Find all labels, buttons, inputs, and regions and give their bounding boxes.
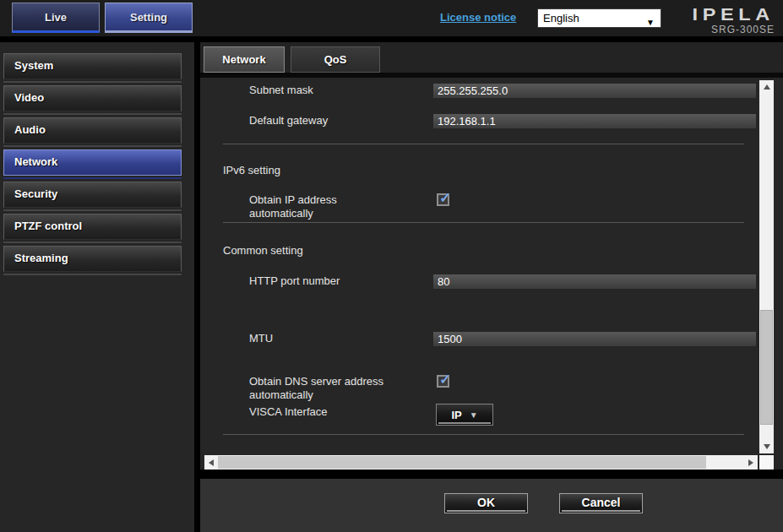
sidebar-item-underline [3, 113, 182, 115]
obtain-dns-label: Obtain DNS server address automatically [249, 375, 431, 402]
mtu-input[interactable]: 1500 [433, 332, 756, 346]
visca-interface-value: IP [451, 409, 461, 421]
live-button[interactable]: Live [12, 3, 100, 33]
app-window: Live Setting License notice English ▼ IP… [0, 0, 783, 532]
scroll-down-icon [764, 444, 770, 449]
sidebar-item-underline [3, 274, 182, 275]
scroll-right-icon [748, 459, 753, 466]
sidebar-item-system[interactable]: System [3, 53, 182, 83]
tab-network[interactable]: Network [204, 46, 285, 73]
default-gateway-label: Default gateway [249, 114, 328, 128]
mtu-label: MTU [249, 332, 273, 345]
horizontal-scrollbar[interactable] [204, 455, 758, 470]
common-section-title: Common setting [223, 244, 303, 257]
ipela-logo: IPELA [693, 4, 775, 24]
sidebar-item-network[interactable]: Network [3, 149, 182, 179]
cancel-button[interactable]: Cancel [559, 493, 643, 513]
vertical-scrollbar-thumb[interactable] [760, 310, 773, 425]
scroll-right-button[interactable] [744, 455, 758, 470]
setting-button[interactable]: Setting [105, 3, 193, 33]
section-divider [223, 144, 744, 144]
dropdown-arrow-icon: ▼ [470, 410, 478, 420]
sidebar-item-label[interactable]: System [3, 53, 182, 79]
obtain-ip-label: Obtain IP address automatically [249, 193, 380, 220]
visca-interface-dropdown[interactable]: IP ▼ [436, 404, 493, 426]
obtain-dns-checkbox[interactable]: ✓ [437, 375, 449, 388]
sidebar-item-underline [3, 242, 182, 243]
sidebar-item-audio[interactable]: Audio [3, 117, 182, 147]
sidebar-item-ptzf-control[interactable]: PTZF control [3, 214, 182, 243]
visca-interface-label: VISCA Interface [249, 405, 328, 419]
section-divider [223, 222, 744, 223]
model-label: SRG-300SE [711, 24, 775, 35]
horizontal-scrollbar-thumb[interactable] [218, 456, 706, 469]
sidebar-item-underline [3, 145, 182, 147]
http-port-input[interactable]: 80 [433, 274, 756, 289]
dropdown-arrow-icon: ▼ [646, 14, 655, 31]
sidebar-item-underline [3, 81, 182, 83]
sidebar: System Video Audio Network Security PTZF… [0, 42, 194, 532]
scroll-up-button[interactable] [759, 80, 774, 94]
checkmark-icon: ✓ [439, 374, 448, 385]
ipv6-section-title: IPv6 setting [223, 164, 280, 176]
subnet-mask-input[interactable]: 255.255.255.0 [433, 84, 756, 98]
top-bar: Live Setting License notice English ▼ IP… [0, 0, 783, 36]
subnet-mask-label: Subnet mask [249, 84, 313, 97]
sidebar-item-label[interactable]: Network [3, 149, 182, 176]
sidebar-item-underline [3, 177, 182, 179]
scrollbar-corner [759, 455, 774, 470]
language-select-value: English [543, 12, 579, 24]
section-divider [223, 434, 744, 435]
default-gateway-input[interactable]: 192.168.1.1 [433, 114, 756, 128]
sidebar-item-security[interactable]: Security [3, 182, 182, 211]
vertical-scrollbar[interactable] [759, 80, 774, 453]
scroll-up-icon [764, 84, 770, 90]
scroll-down-button[interactable] [759, 440, 774, 453]
language-select[interactable]: English ▼ [537, 8, 661, 28]
sidebar-item-label[interactable]: Security [3, 182, 182, 208]
license-notice-link[interactable]: License notice [440, 11, 516, 24]
sidebar-item-underline [3, 209, 182, 211]
obtain-ip-checkbox[interactable]: ✓ [437, 193, 449, 206]
network-settings-panel: Subnet mask 255.255.255.0 Default gatewa… [200, 78, 783, 470]
http-port-label: HTTP port number [249, 274, 340, 288]
footer-divider [200, 470, 783, 479]
scroll-left-button[interactable] [204, 455, 218, 470]
sidebar-item-label[interactable]: PTZF control [3, 214, 182, 240]
checkmark-icon: ✓ [439, 193, 448, 204]
footer-bar: OK Cancel [200, 479, 783, 532]
sidebar-item-label[interactable]: Streaming [3, 246, 182, 272]
scroll-left-icon [209, 459, 214, 466]
ok-button[interactable]: OK [444, 493, 528, 513]
tab-bar: Network QoS [200, 42, 783, 73]
sidebar-item-video[interactable]: Video [3, 85, 182, 115]
sidebar-item-label[interactable]: Audio [3, 117, 182, 144]
sidebar-item-streaming[interactable]: Streaming [3, 246, 182, 275]
tab-qos[interactable]: QoS [291, 46, 380, 73]
sidebar-item-label[interactable]: Video [3, 85, 182, 111]
